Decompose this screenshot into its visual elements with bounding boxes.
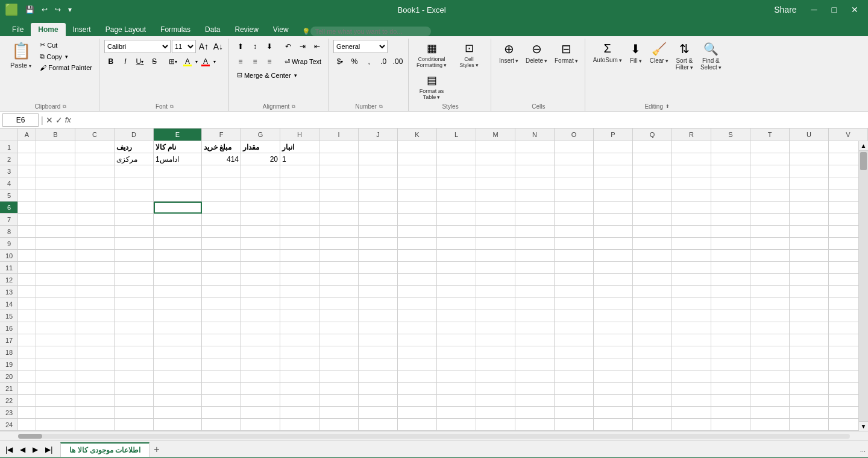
cell-E21[interactable] xyxy=(154,383,202,395)
cell-D6[interactable] xyxy=(115,202,154,214)
cell-I24[interactable] xyxy=(319,419,359,431)
cell-A11[interactable] xyxy=(18,262,36,274)
cell-A4[interactable] xyxy=(18,177,36,189)
cell-R13[interactable] xyxy=(672,286,711,298)
cell-U7[interactable] xyxy=(790,214,829,226)
cell-C1[interactable] xyxy=(75,141,115,153)
cell-L2[interactable] xyxy=(437,153,476,165)
cell-P9[interactable] xyxy=(594,238,633,250)
cell-I2[interactable] xyxy=(319,153,359,165)
cell-F18[interactable] xyxy=(202,346,241,358)
cell-T16[interactable] xyxy=(750,322,790,334)
row-num-17[interactable]: 17 xyxy=(0,334,18,346)
cell-O22[interactable] xyxy=(555,395,594,407)
cell-I1[interactable] xyxy=(319,141,359,153)
cell-M7[interactable] xyxy=(476,214,515,226)
cell-Q12[interactable] xyxy=(633,274,672,286)
cell-O18[interactable] xyxy=(555,346,594,358)
cell-R12[interactable] xyxy=(672,274,711,286)
cell-S9[interactable] xyxy=(711,238,750,250)
grid-container[interactable]: ردیفنام کالامبلغ خریدمقدارانبارمرکزیادام… xyxy=(18,141,858,431)
cell-S4[interactable] xyxy=(711,177,750,189)
col-header-E[interactable]: E xyxy=(154,129,202,141)
cell-O9[interactable] xyxy=(555,238,594,250)
cell-F6[interactable] xyxy=(202,202,241,214)
cell-J1[interactable] xyxy=(359,141,398,153)
cell-O17[interactable] xyxy=(555,334,594,346)
cell-B23[interactable] xyxy=(36,407,75,419)
editing-expand-icon[interactable]: ⬆ xyxy=(665,104,670,109)
col-header-K[interactable]: K xyxy=(398,129,437,141)
cell-P24[interactable] xyxy=(594,419,633,431)
cell-G23[interactable] xyxy=(241,407,280,419)
font-family-select[interactable]: Calibri xyxy=(104,40,171,53)
cell-G13[interactable] xyxy=(241,286,280,298)
cell-M18[interactable] xyxy=(476,346,515,358)
cell-D21[interactable] xyxy=(115,383,154,395)
cell-C15[interactable] xyxy=(75,310,115,322)
cell-E18[interactable] xyxy=(154,346,202,358)
cell-E7[interactable] xyxy=(154,214,202,226)
tab-file[interactable]: File xyxy=(5,23,31,36)
cell-D2[interactable]: مرکزی xyxy=(115,153,154,165)
cell-I22[interactable] xyxy=(319,395,359,407)
cell-G3[interactable] xyxy=(241,165,280,177)
cell-D14[interactable] xyxy=(115,298,154,310)
cell-B22[interactable] xyxy=(36,395,75,407)
cell-S12[interactable] xyxy=(711,274,750,286)
formula-input[interactable] xyxy=(74,116,866,124)
cell-O20[interactable] xyxy=(555,371,594,383)
redo-button[interactable]: ↪ xyxy=(52,4,63,15)
cell-J22[interactable] xyxy=(359,395,398,407)
cell-S7[interactable] xyxy=(711,214,750,226)
cell-G21[interactable] xyxy=(241,383,280,395)
cell-K23[interactable] xyxy=(398,407,437,419)
cell-K12[interactable] xyxy=(398,274,437,286)
cell-V23[interactable] xyxy=(829,407,858,419)
cell-N11[interactable] xyxy=(515,262,555,274)
share-button[interactable]: Share xyxy=(769,4,801,16)
row-num-23[interactable]: 23 xyxy=(0,407,18,419)
cell-L10[interactable] xyxy=(437,250,476,262)
cell-K3[interactable] xyxy=(398,165,437,177)
cell-T11[interactable] xyxy=(750,262,790,274)
cell-F2[interactable]: 414 xyxy=(202,153,241,165)
borders-button[interactable]: ⊞▾ xyxy=(166,55,180,68)
cell-Q18[interactable] xyxy=(633,346,672,358)
cell-B8[interactable] xyxy=(36,226,75,238)
cell-G20[interactable] xyxy=(241,371,280,383)
cell-C8[interactable] xyxy=(75,226,115,238)
col-header-O[interactable]: O xyxy=(555,129,594,141)
cell-I12[interactable] xyxy=(319,274,359,286)
cell-V24[interactable] xyxy=(829,419,858,431)
cell-H5[interactable] xyxy=(280,189,319,202)
cell-P14[interactable] xyxy=(594,298,633,310)
cell-L9[interactable] xyxy=(437,238,476,250)
cell-E5[interactable] xyxy=(154,189,202,202)
cell-E20[interactable] xyxy=(154,371,202,383)
cell-E8[interactable] xyxy=(154,226,202,238)
cell-N12[interactable] xyxy=(515,274,555,286)
cell-H18[interactable] xyxy=(280,346,319,358)
cell-T1[interactable] xyxy=(750,141,790,153)
cell-S20[interactable] xyxy=(711,371,750,383)
cell-M2[interactable] xyxy=(476,153,515,165)
cell-O13[interactable] xyxy=(555,286,594,298)
h-scroll-track[interactable] xyxy=(18,434,850,439)
cell-A17[interactable] xyxy=(18,334,36,346)
cell-B7[interactable] xyxy=(36,214,75,226)
cell-K8[interactable] xyxy=(398,226,437,238)
cell-K2[interactable] xyxy=(398,153,437,165)
cell-K11[interactable] xyxy=(398,262,437,274)
cell-B13[interactable] xyxy=(36,286,75,298)
cell-Q20[interactable] xyxy=(633,371,672,383)
col-header-T[interactable]: T xyxy=(750,129,790,141)
cell-J10[interactable] xyxy=(359,250,398,262)
cell-M14[interactable] xyxy=(476,298,515,310)
cell-Q7[interactable] xyxy=(633,214,672,226)
col-header-P[interactable]: P xyxy=(594,129,633,141)
cell-F20[interactable] xyxy=(202,371,241,383)
cell-R22[interactable] xyxy=(672,395,711,407)
cell-I14[interactable] xyxy=(319,298,359,310)
cell-V3[interactable] xyxy=(829,165,858,177)
